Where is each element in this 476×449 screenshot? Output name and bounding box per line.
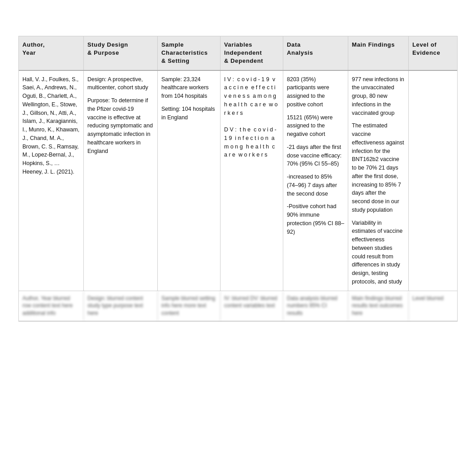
cell-author-blurred: Author, Year blurred row content text he…	[19, 291, 84, 321]
cell-findings-blurred: Main findings blurred results text outco…	[348, 291, 409, 321]
col-header-variables: Variables Independent & Dependent	[221, 36, 283, 70]
data-first-dose: -21 days after the first dose vaccine ef…	[287, 143, 344, 168]
cell-sample-blurred: Sample blurred setting info here more te…	[158, 291, 221, 321]
cell-sample: Sample: 23,324 healthcare workers from 1…	[158, 71, 221, 291]
table-row-blurred: Author, Year blurred row content text he…	[19, 291, 457, 321]
dv-text: D V : t h e c o v i d - 1 9 i n f e c t …	[224, 126, 279, 159]
table-row: Hall, V. J., Foulkes, S., Saei, A., Andr…	[19, 71, 457, 291]
cell-study-design: Design: A prospective, multicenter, coho…	[84, 71, 158, 291]
data-positive-protection: -Positive cohort had 90% immune protecti…	[287, 202, 344, 236]
finding-effectiveness: The estimated vaccine effectiveness agai…	[352, 122, 405, 214]
research-table: Author, Year Study Design & Purpose Samp…	[18, 36, 458, 322]
cell-data-analysis: 8203 (35%) participants were assigned to…	[283, 71, 348, 291]
col-header-author: Author, Year	[19, 36, 84, 70]
cell-level	[409, 71, 458, 291]
sample-text: Sample: 23,324 healthcare workers from 1…	[161, 75, 216, 100]
cell-author: Hall, V. J., Foulkes, S., Saei, A., Andr…	[19, 71, 84, 291]
cell-study-design-blurred: Design: blurred content study type purpo…	[84, 291, 158, 321]
cell-data-analysis-blurred: Data analysis blurred numbers 95% CI res…	[283, 291, 348, 321]
finding-infections: 977 new infections in the unvaccinated g…	[352, 75, 405, 118]
finding-variability: Variability in estimates of vaccine effe…	[352, 219, 405, 286]
cell-variables-blurred: IV: blurred DV: blurred content variable…	[221, 291, 283, 321]
setting-text: Setting: 104 hospitals in England	[161, 105, 216, 122]
col-header-data-analysis: Data Analysis	[283, 36, 348, 70]
data-second-dose: -increased to 85% (74–96) 7 days after t…	[287, 173, 344, 198]
study-design-text: Design: A prospective, multicenter, coho…	[87, 75, 154, 92]
cell-level-blurred: Level blurred	[409, 291, 458, 321]
col-header-sample: Sample Characteristics & Setting	[158, 36, 221, 70]
iv-text: I V : c o v i d - 1 9 v a c c i n e e f …	[224, 75, 279, 118]
cell-main-findings: 977 new infections in the unvaccinated g…	[348, 71, 409, 291]
col-header-main-findings: Main Findings	[348, 36, 409, 70]
data-positive-cohort: 8203 (35%) participants were assigned to…	[287, 75, 344, 109]
cell-variables: I V : c o v i d - 1 9 v a c c i n e e f …	[221, 71, 283, 291]
table-header: Author, Year Study Design & Purpose Samp…	[19, 36, 457, 71]
col-header-study-design: Study Design & Purpose	[84, 36, 158, 70]
col-header-level: Level of Evidence	[409, 36, 458, 70]
study-purpose-text: Purpose: To determine if the Pfizer covi…	[87, 96, 154, 155]
data-negative-cohort: 15121 (65%) were assigned to the negativ…	[287, 113, 344, 139]
